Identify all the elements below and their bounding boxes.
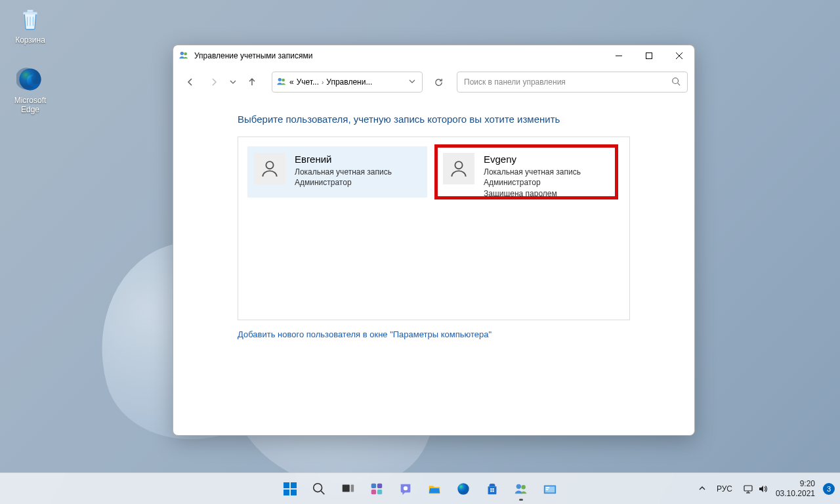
taskbar-edge[interactable] [450,476,476,502]
svg-rect-0 [28,10,33,12]
breadcrumb-dropdown[interactable] [406,77,418,87]
tray-overflow-chevron[interactable] [696,480,709,497]
svg-point-10 [673,77,679,83]
user-card[interactable]: Евгений Локальная учетная запись Админис… [247,146,427,198]
nav-up-button[interactable] [242,72,262,93]
desktop-edge[interactable]: Microsoft Edge [5,66,55,115]
svg-rect-36 [546,487,550,488]
taskbar-widgets[interactable] [364,476,390,502]
svg-line-11 [678,83,681,85]
nav-recent-dropdown[interactable] [227,72,239,93]
taskbar: РУС 9:20 03.10.2021 3 [0,472,840,504]
edge-icon [16,66,44,93]
taskbar-search[interactable] [306,476,332,502]
tray-language[interactable]: РУС [714,482,735,496]
recycle-bin-icon [16,5,44,33]
svg-rect-15 [291,482,297,488]
svg-rect-20 [343,484,350,492]
maximize-button[interactable] [634,45,664,66]
volume-icon [757,484,768,494]
taskbar-explorer[interactable] [421,476,448,502]
svg-point-27 [457,483,469,494]
breadcrumb-bar[interactable]: « Учет... › Управлени... [272,72,423,93]
svg-rect-23 [377,483,382,488]
page-heading: Выберите пользователя, учетную запись ко… [238,114,630,125]
svg-point-33 [521,485,525,489]
svg-point-8 [278,77,282,81]
svg-rect-28 [490,488,492,490]
svg-rect-21 [351,484,354,492]
user-list: Евгений Локальная учетная запись Админис… [238,136,630,320]
chevron-right-icon: › [322,79,324,86]
svg-rect-29 [492,488,494,490]
tray-time: 9:20 [776,479,815,488]
taskbar-user-accounts[interactable] [508,476,534,502]
minimize-button[interactable] [604,45,634,66]
start-button[interactable] [277,476,303,502]
svg-point-13 [455,161,462,169]
taskbar-taskview[interactable] [335,476,361,502]
tray-clock[interactable]: 9:20 03.10.2021 [776,479,815,498]
close-button[interactable] [664,45,694,66]
taskbar-chat[interactable] [392,476,419,502]
svg-rect-25 [377,489,382,494]
svg-point-26 [404,486,408,490]
desktop-icon-label: Microsoft Edge [5,96,55,115]
user-name: Evgeny [484,153,581,166]
refresh-button[interactable] [428,72,449,93]
content-area: Выберите пользователя, учетную запись ко… [173,98,694,435]
user-detail: Защищена паролем [484,188,581,199]
desktop-icon-label: Корзина [5,35,55,45]
tray-date: 03.10.2021 [776,489,815,498]
user-accounts-icon [178,50,190,62]
svg-rect-17 [291,490,297,495]
control-panel-window: Управление учетными записями « Учет... ›… [173,45,695,436]
tray-network-sound[interactable] [740,481,770,497]
svg-rect-16 [284,490,289,495]
breadcrumb-ellipsis[interactable]: « [289,77,294,87]
svg-rect-30 [490,490,492,492]
svg-rect-24 [371,489,376,494]
user-accounts-icon [276,76,287,89]
user-detail: Администратор [484,177,581,188]
user-avatar-icon [443,153,474,184]
svg-rect-14 [284,482,289,488]
svg-point-3 [184,52,187,56]
user-detail: Локальная учетная запись [295,167,392,177]
svg-point-18 [314,483,322,492]
svg-rect-38 [744,486,752,491]
breadcrumb-segment[interactable]: Управлени... [326,77,372,87]
search-icon[interactable] [671,77,681,88]
user-name: Евгений [295,153,392,166]
desktop-recycle-bin[interactable]: Корзина [5,5,55,45]
taskbar-control-panel[interactable] [537,476,563,502]
network-icon [743,484,753,494]
nav-forward-button[interactable] [203,72,224,93]
taskbar-store[interactable] [479,476,505,502]
svg-point-32 [516,484,521,488]
search-input[interactable] [464,77,671,87]
search-box[interactable] [457,72,688,93]
titlebar[interactable]: Управление учетными записями [173,45,694,66]
svg-rect-22 [371,483,376,488]
add-user-link[interactable]: Добавить нового пользователя в окне "Пар… [238,329,492,339]
user-detail: Администратор [295,177,392,188]
user-card[interactable]: Evgeny Локальная учетная запись Админист… [436,146,616,198]
svg-point-2 [180,52,184,55]
svg-rect-37 [546,489,549,490]
svg-line-19 [321,491,324,494]
breadcrumb-segment[interactable]: Учет... [297,77,319,87]
window-title: Управление учетными записями [194,51,604,60]
user-avatar-icon [254,153,285,184]
svg-rect-31 [492,490,494,492]
navbar: « Учет... › Управлени... [173,66,694,98]
user-detail: Локальная учетная запись [484,167,581,177]
svg-point-9 [282,78,285,81]
tray-notifications[interactable]: 3 [823,483,835,495]
svg-point-12 [266,161,273,169]
nav-back-button[interactable] [180,72,201,93]
svg-rect-5 [646,53,652,59]
